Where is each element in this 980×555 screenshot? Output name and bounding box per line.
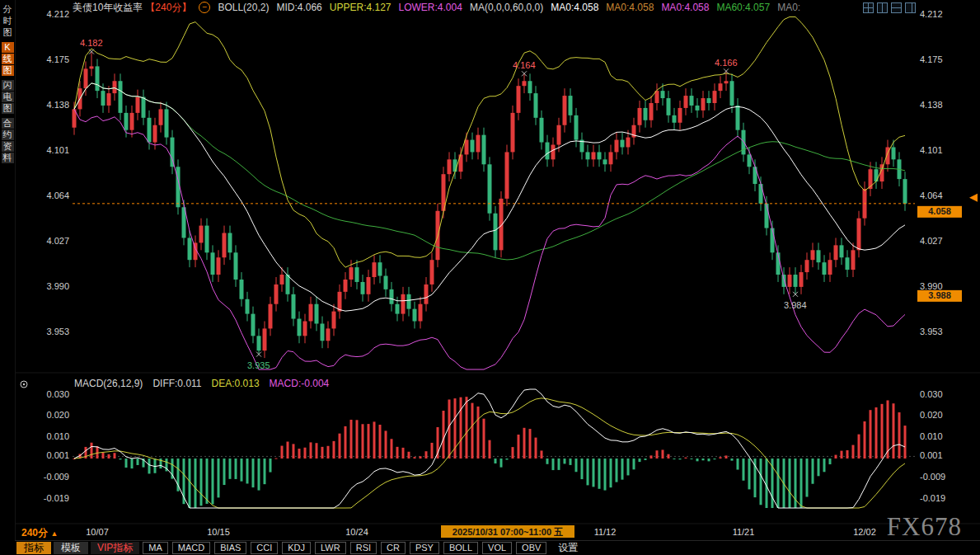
indicator-button-MA[interactable]: MA [143, 542, 168, 554]
sidebar-tab-1[interactable]: K线图 [1, 42, 14, 76]
macd-dea-value: DEA:0.013 [212, 378, 260, 389]
sidebar-tab-char: 约 [2, 129, 14, 140]
svg-text:0.001: 0.001 [46, 450, 69, 460]
layout-grid-icon[interactable] [863, 2, 874, 13]
svg-text:0.010: 0.010 [46, 431, 69, 441]
layout-vertical-split-icon[interactable] [877, 2, 888, 13]
indicator-button-CCI[interactable]: CCI [251, 542, 278, 554]
svg-text:4.027: 4.027 [920, 236, 943, 246]
svg-text:0.001: 0.001 [920, 450, 943, 460]
sidebar-tab-char: 图 [2, 27, 14, 38]
sidebar-tab-char: 资 [2, 141, 14, 152]
svg-text:12/02: 12/02 [853, 527, 876, 537]
macd-pane: 0.0300.0300.0200.0200.0100.0100.0010.001… [44, 389, 945, 508]
svg-text:10/24: 10/24 [345, 527, 368, 537]
layout-horizontal-split-icon[interactable] [891, 2, 902, 13]
sidebar-tab-char: 电 [2, 92, 14, 102]
indicator-button-VOL[interactable]: VOL [482, 542, 512, 554]
ma-value-4: MA0: [777, 2, 800, 13]
indicator-button-LWR[interactable]: LWR [315, 542, 346, 554]
macd-name: MACD(26,12,9) [74, 378, 143, 389]
sidebar-tab-char: 料 [2, 153, 14, 163]
period-badge: 【240分】 [145, 1, 191, 15]
svg-text:4.175: 4.175 [46, 54, 69, 64]
sidebar-tab-3[interactable]: 合约资料 [1, 118, 14, 163]
toolbar-tab-指标[interactable]: 指标 [16, 542, 51, 554]
sidebar-tab-char: K [2, 42, 14, 53]
toolbar-tab-VIP指标[interactable]: VIP指标 [91, 542, 139, 554]
svg-text:-0.019: -0.019 [44, 493, 69, 503]
svg-text:4.138: 4.138 [920, 100, 943, 110]
svg-text:3.984: 3.984 [784, 300, 807, 310]
ma-values: MA0:4.058MA0:4.058MA0:4.058MA60:4.057MA0… [551, 2, 808, 13]
svg-text:3.990: 3.990 [920, 281, 943, 291]
svg-text:4.166: 4.166 [715, 58, 738, 68]
svg-text:4.138: 4.138 [46, 100, 69, 110]
svg-text:3.935: 3.935 [247, 360, 270, 370]
chart-canvas[interactable]: 4.0583.9884.2124.2124.1754.1754.1384.138… [0, 0, 980, 555]
sidebar-tab-char: 图 [2, 65, 14, 76]
candlestick-series [73, 52, 907, 359]
left-tab-rail: 分时图K线图闪电图合约资料 [0, 0, 16, 540]
toolbar-tab-模板[interactable]: 模板 [54, 542, 88, 554]
price-axis-labels: 4.2124.2124.1754.1754.1384.1384.1014.101… [46, 9, 942, 336]
svg-text:0.030: 0.030 [46, 389, 69, 399]
watermark: FX678 [887, 512, 962, 542]
sidebar-tab-char: 合 [2, 118, 14, 129]
svg-text:-0.019: -0.019 [920, 493, 945, 503]
ma-value-3: MA60:4.057 [716, 2, 770, 13]
svg-text:4.027: 4.027 [46, 236, 69, 246]
bottom-toolbar: 指标模板VIP指标MAMACDBIASCCIKDJLWRRSICRPSYBOLL… [15, 540, 980, 555]
svg-text:4.212: 4.212 [920, 9, 943, 19]
indicator-button-MACD[interactable]: MACD [172, 542, 210, 554]
svg-text:4.101: 4.101 [46, 145, 69, 155]
svg-text:4.101: 4.101 [920, 145, 943, 155]
ma-value-2: MA0:4.058 [661, 2, 709, 13]
macd-macd-value: MACD:-0.004 [270, 378, 330, 389]
indicator-button-OBV[interactable]: OBV [516, 542, 546, 554]
settings-button[interactable]: 设置 [550, 541, 586, 555]
macd-target-icon[interactable] [21, 381, 27, 388]
svg-text:2025/10/31 07:00~11:00 五: 2025/10/31 07:00~11:00 五 [452, 527, 563, 537]
indicator-button-BIAS[interactable]: BIAS [214, 542, 246, 554]
sidebar-tab-char: 线 [2, 54, 14, 64]
zoom-out-icon[interactable]: − [199, 2, 210, 13]
layout-controls [863, 2, 916, 13]
boll-upper-value: UPPER:4.127 [330, 2, 392, 13]
instrument-title: 美债10年收益率 [73, 1, 143, 15]
period-selector[interactable]: 240分 ▲ [21, 526, 58, 540]
svg-text:0.030: 0.030 [920, 389, 943, 399]
svg-text:10/07: 10/07 [86, 527, 109, 537]
svg-text:4.182: 4.182 [80, 38, 103, 48]
sidebar-tab-char: 分 [2, 4, 14, 15]
macd-diff-value: DIFF:0.011 [152, 378, 201, 389]
indicator-button-KDJ[interactable]: KDJ [282, 542, 311, 554]
sidebar-tab-0[interactable]: 分时图 [1, 4, 14, 38]
svg-text:3.988: 3.988 [928, 290, 951, 300]
indicator-button-CR[interactable]: CR [381, 542, 406, 554]
svg-text:11/21: 11/21 [733, 527, 755, 537]
svg-text:3.953: 3.953 [920, 327, 943, 336]
svg-text:4.058: 4.058 [928, 206, 951, 216]
svg-text:-0.009: -0.009 [44, 472, 69, 482]
sidebar-tab-char: 时 [2, 16, 14, 26]
top-indicator-bar: 美债10年收益率 【240分】 − BOLL(20,2) MID:4.066 U… [73, 0, 881, 15]
sidebar-tab-2[interactable]: 闪电图 [1, 80, 14, 114]
svg-text:11/12: 11/12 [594, 527, 617, 537]
svg-text:4.175: 4.175 [920, 54, 943, 64]
indicator-button-RSI[interactable]: RSI [350, 542, 377, 554]
svg-text:4.064: 4.064 [46, 190, 69, 200]
indicator-button-BOLL[interactable]: BOLL [443, 542, 478, 554]
trading-app-window: 4.0583.9884.2124.2124.1754.1754.1384.138… [0, 0, 980, 555]
sidebar-tab-char: 图 [2, 103, 14, 114]
layout-sidebar-icon[interactable] [905, 2, 916, 13]
ma-value-1: MA0:4.058 [606, 2, 654, 13]
chevron-up-icon: ▲ [50, 529, 58, 538]
svg-text:0.020: 0.020 [920, 410, 943, 420]
svg-text:4.164: 4.164 [513, 60, 536, 70]
sidebar-tab-char: 闪 [2, 80, 14, 91]
svg-text:4.212: 4.212 [46, 9, 69, 19]
svg-text:3.953: 3.953 [46, 327, 69, 336]
svg-text:4.064: 4.064 [920, 190, 943, 200]
indicator-button-PSY[interactable]: PSY [410, 542, 439, 554]
